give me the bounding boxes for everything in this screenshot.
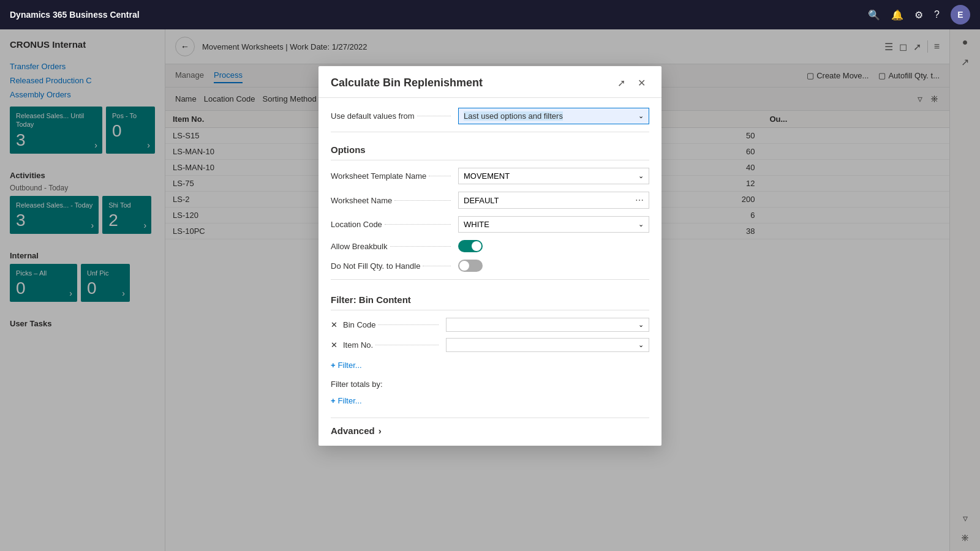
use-default-select[interactable]: Last used options and filters ⌄ [458,108,649,124]
location-code-value: WHITE [464,220,489,229]
add-filter-button[interactable]: + Filter... [331,358,649,372]
modal-expand-button[interactable]: ➚ [614,76,629,90]
filter-bin-code-label: Bin Code [343,320,375,329]
filter-bin-code-label-container: Bin Code [343,320,441,329]
worksheet-template-label: Worksheet Template Name [331,171,426,181]
dotted-line-2 [429,176,451,176]
allow-breakbulk-label-container: Allow Breakbulk [331,242,453,251]
allow-breakbulk-row: Allow Breakbulk [331,240,649,252]
allow-breakbulk-toggle[interactable] [458,240,483,252]
add-filter-plus: + [331,361,336,370]
dotted-line-5 [390,246,451,247]
filter-item-no-label: Item No. [343,340,373,350]
worksheet-name-dots[interactable]: ⋯ [635,195,644,205]
nav-icons: 🔍 🔔 ⚙ ? E [868,5,970,24]
use-default-row: Use default values from Last used option… [331,108,649,124]
modal-title: Calculate Bin Replenishment [331,77,614,89]
worksheet-name-label-container: Worksheet Name [331,196,453,205]
allow-breakbulk-toggle-container [458,240,483,252]
worksheet-template-select[interactable]: MOVEMENT ⌄ [458,168,649,184]
advanced-title[interactable]: Advanced › [331,425,649,436]
worksheet-template-name-row: Worksheet Template Name MOVEMENT ⌄ [331,168,649,184]
dotted-line-3 [394,200,451,201]
dotted-line-4 [385,224,451,225]
dotted-line-8 [375,345,439,345]
add-filter-totals-plus: + [331,396,336,405]
modal-calculate-bin-replenishment: Calculate Bin Replenishment ➚ ✕ Use defa… [318,66,662,446]
filter-item-no-chevron: ⌄ [638,341,644,349]
filter-item-no-label-container: Item No. [343,340,441,350]
worksheet-name-field[interactable]: DEFAULT ⋯ [458,192,649,209]
advanced-label: Advanced [331,425,375,436]
filter-item-no-input[interactable]: ⌄ [446,338,649,352]
modal-header: Calculate Bin Replenishment ➚ ✕ [318,66,662,98]
worksheet-template-label-container: Worksheet Template Name [331,171,453,181]
do-not-fill-qty-row: Do Not Fill Qty. to Handle [331,260,649,272]
modal-body: Use default values from Last used option… [318,98,662,446]
add-filter-totals-button[interactable]: + Filter... [331,394,649,408]
filter-bin-code-x[interactable]: ✕ [331,320,338,329]
worksheet-name-row: Worksheet Name DEFAULT ⋯ [331,192,649,209]
worksheet-name-value: DEFAULT [464,196,499,205]
worksheet-template-value: MOVEMENT [464,171,510,181]
do-not-fill-label: Do Not Fill Qty. to Handle [331,261,420,271]
advanced-section: Advanced › [331,418,649,436]
allow-breakbulk-label: Allow Breakbulk [331,242,388,251]
location-code-chevron: ⌄ [638,220,644,228]
main-layout: CRONUS Internat Transfer Orders Released… [0,29,980,551]
app-title: Dynamics 365 Business Central [10,10,858,20]
worksheet-name-label: Worksheet Name [331,196,392,205]
dotted-line-7 [378,324,439,325]
notification-icon[interactable]: 🔔 [891,9,903,21]
modal-close-button[interactable]: ✕ [634,76,649,90]
modal-overlay: Calculate Bin Replenishment ➚ ✕ Use defa… [0,29,980,551]
do-not-fill-toggle[interactable] [458,260,483,272]
settings-icon[interactable]: ⚙ [914,9,923,21]
dotted-line-6 [423,266,451,266]
top-navigation: Dynamics 365 Business Central 🔍 🔔 ⚙ ? E [0,0,980,29]
filter-bin-code-row: ✕ Bin Code ⌄ [331,318,649,332]
search-icon[interactable]: 🔍 [868,9,880,21]
avatar[interactable]: E [951,5,970,24]
modal-divider-1 [331,132,649,132]
location-code-select[interactable]: WHITE ⌄ [458,216,649,233]
modal-header-actions: ➚ ✕ [614,76,649,90]
add-filter-label: Filter... [338,361,362,370]
filter-totals-section: Filter totals by: + Filter... [331,380,649,408]
help-icon[interactable]: ? [934,9,940,20]
location-code-row: Location Code WHITE ⌄ [331,216,649,233]
filter-bin-content-title: Filter: Bin Content [331,287,649,310]
do-not-fill-toggle-container [458,260,483,272]
location-code-label-container: Location Code [331,220,453,229]
do-not-fill-label-container: Do Not Fill Qty. to Handle [331,261,453,271]
filter-item-no-row: ✕ Item No. ⌄ [331,338,649,352]
use-default-label: Use default values from [331,111,415,121]
allow-breakbulk-knob [472,241,481,251]
worksheet-template-chevron: ⌄ [638,172,644,180]
filter-bin-code-chevron: ⌄ [638,321,644,329]
add-filter-totals-label: Filter... [338,396,362,405]
filter-totals-title: Filter totals by: [331,380,649,389]
do-not-fill-knob [459,261,469,271]
modal-divider-2 [331,279,649,280]
use-default-label-container: Use default values from [331,111,453,121]
use-default-value: Last used options and filters [464,111,563,121]
use-default-chevron: ⌄ [638,112,644,120]
options-section-header: Options [331,140,649,160]
dotted-line-1 [417,116,451,116]
advanced-chevron-right: › [379,425,382,436]
location-code-label: Location Code [331,220,382,229]
filter-bin-code-input[interactable]: ⌄ [446,318,649,332]
filter-item-no-x[interactable]: ✕ [331,340,338,350]
